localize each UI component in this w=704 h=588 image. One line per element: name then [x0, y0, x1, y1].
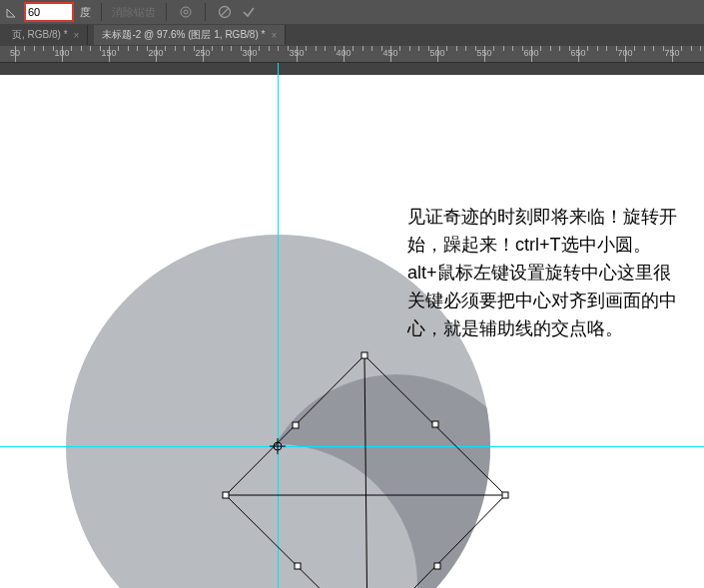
close-icon[interactable]: ×: [271, 30, 277, 41]
document-tab-bar: 页, RGB/8) * × 未标题-2 @ 97.6% (图层 1, RGB/8…: [0, 24, 704, 46]
rotate-angle-icon: [6, 6, 18, 18]
angle-unit-label: 度: [80, 5, 91, 20]
close-icon[interactable]: ×: [74, 30, 80, 41]
tab-label: 页, RGB/8) *: [12, 28, 68, 42]
transform-handle[interactable]: [223, 492, 229, 498]
transform-handle[interactable]: [432, 421, 438, 427]
transform-handle[interactable]: [434, 563, 440, 569]
svg-point-1: [184, 10, 188, 14]
transform-handle[interactable]: [502, 492, 508, 498]
separator: [166, 3, 167, 21]
document-tab[interactable]: 页, RGB/8) * ×: [4, 25, 88, 45]
transform-handle[interactable]: [361, 352, 367, 358]
svg-line-11: [364, 355, 367, 588]
workspace: 见证奇迹的时刻即将来临！旋转开始，躁起来！ctrl+T选中小圆。alt+鼠标左键…: [0, 63, 704, 588]
antialias-label[interactable]: 消除锯齿: [112, 5, 156, 20]
svg-line-3: [221, 8, 229, 16]
separator: [101, 3, 102, 21]
warp-mode-icon[interactable]: [177, 3, 195, 21]
rotation-pivot-icon[interactable]: [270, 438, 286, 454]
instruction-text: 见证奇迹的时刻即将来临！旋转开始，躁起来！ctrl+T选中小圆。alt+鼠标左键…: [407, 203, 677, 342]
cancel-transform-icon[interactable]: [216, 3, 234, 21]
transform-handle[interactable]: [293, 422, 299, 428]
commit-transform-icon[interactable]: [240, 3, 258, 21]
separator: [205, 3, 206, 21]
canvas[interactable]: 见证奇迹的时刻即将来临！旋转开始，躁起来！ctrl+T选中小圆。alt+鼠标左键…: [0, 75, 704, 588]
options-bar: 度 消除锯齿: [0, 0, 704, 24]
transform-handle[interactable]: [295, 563, 301, 569]
horizontal-ruler[interactable]: 5010015020025030035040045050055060065070…: [0, 46, 704, 63]
rotation-angle-input[interactable]: [24, 2, 74, 22]
document-tab[interactable]: 未标题-2 @ 97.6% (图层 1, RGB/8) * ×: [94, 25, 286, 45]
svg-point-0: [181, 7, 191, 17]
tab-label: 未标题-2 @ 97.6% (图层 1, RGB/8) *: [102, 28, 265, 42]
